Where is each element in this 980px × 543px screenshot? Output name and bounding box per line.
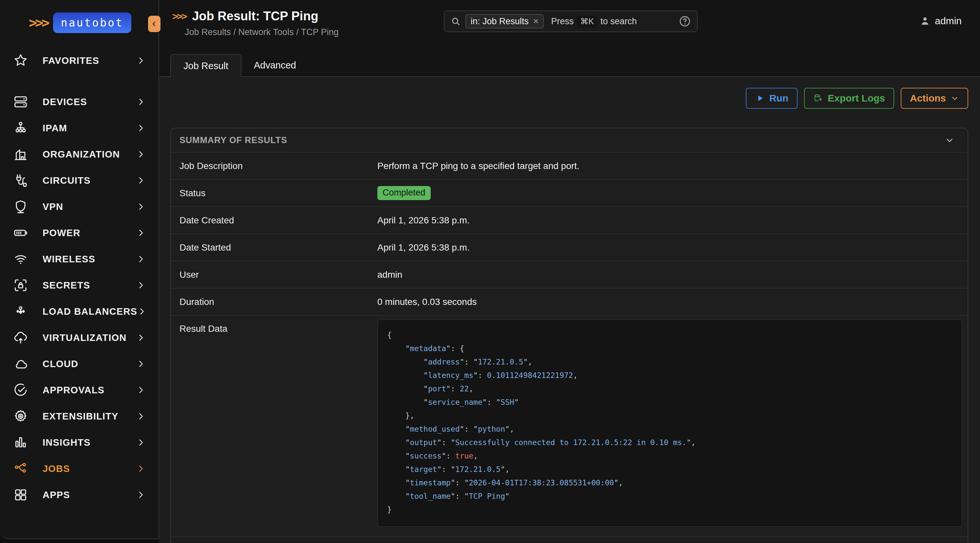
sidebar-item-label: FAVORITES — [43, 55, 99, 66]
user-menu[interactable]: admin — [919, 15, 962, 27]
search-scope-chip[interactable]: in: Job Results × — [465, 14, 544, 29]
sidebar-item-secrets[interactable]: SECRETS — [0, 272, 159, 298]
summary-row-label: Duration — [171, 297, 377, 307]
sidebar-item-apps[interactable]: APPS — [0, 482, 159, 508]
sidebar-item-label: APPROVALS — [43, 385, 105, 396]
apps-icon — [13, 487, 28, 502]
sidebar-item-label: APPS — [43, 490, 70, 500]
summary-panel-header: SUMMARY OF RESULTS — [171, 128, 967, 152]
export-logs-label: Export Logs — [828, 93, 885, 104]
chevron-right-icon — [136, 202, 145, 211]
star-icon — [13, 53, 28, 68]
sidebar-item-cloud[interactable]: CLOUD — [0, 351, 159, 377]
summary-row-user: Useradmin — [171, 261, 967, 288]
sidebar-collapse-button[interactable] — [148, 16, 161, 32]
chevron-right-icon — [137, 307, 146, 316]
tab-strip: Job ResultAdvanced — [159, 54, 980, 77]
chevron-right-icon — [136, 333, 145, 342]
toolbar: Run Export Logs Actions — [746, 88, 968, 109]
sidebar-item-label: DEVICES — [43, 97, 87, 107]
sidebar-item-virtualization[interactable]: VIRTUALIZATION — [0, 325, 159, 351]
chevron-right-icon — [136, 412, 145, 421]
tab-label: Advanced — [254, 60, 296, 71]
result-json-code: { "metadata": { "address": "172.21.0.5",… — [387, 328, 953, 516]
nautobot-logo[interactable]: >>> nautobot — [0, 0, 159, 33]
power-icon — [13, 225, 28, 240]
actions-button[interactable]: Actions — [901, 88, 968, 109]
search-icon — [450, 16, 461, 27]
summary-row-label: Date Started — [171, 242, 377, 253]
chevron-right-icon — [136, 97, 145, 107]
summary-row-duration: Duration0 minutes, 0.03 seconds — [171, 288, 967, 315]
chevron-right-icon — [136, 56, 145, 65]
devices-icon — [13, 94, 28, 109]
sidebar-item-wireless[interactable]: WIRELESS — [0, 246, 159, 272]
wireless-icon — [13, 252, 28, 267]
run-button[interactable]: Run — [746, 88, 797, 109]
summary-row-date-created: Date CreatedApril 1, 2026 5:38 p.m. — [171, 206, 967, 234]
summary-panel-title: SUMMARY OF RESULTS — [180, 135, 287, 145]
tab-label: Job Result — [183, 61, 228, 72]
sidebar-item-power[interactable]: POWER — [0, 220, 159, 246]
ipam-icon — [13, 121, 28, 135]
insights-icon — [13, 435, 28, 450]
sidebar-item-load-balancers[interactable]: LOAD BALANCERS — [0, 298, 159, 325]
sidebar-nav: FAVORITESDEVICESIPAMORGANIZATIONCIRCUITS… — [0, 48, 159, 508]
sidebar-item-label: IPAM — [43, 123, 67, 134]
summary-row-label: Job Description — [171, 161, 377, 171]
sidebar-item-label: JOBS — [43, 463, 70, 474]
summary-row-job-description: Job DescriptionPerform a TCP ping to a s… — [171, 152, 967, 179]
result-data-block: { "metadata": { "address": "172.21.0.5",… — [377, 319, 963, 527]
sidebar-item-label: EXTENSIBILITY — [43, 411, 119, 422]
summary-row-label: User — [171, 269, 377, 280]
sidebar-item-label: POWER — [43, 228, 81, 239]
title-chevrons-icon: >>> — [172, 11, 186, 22]
clipped-next-row — [171, 537, 967, 543]
summary-row-date-started: Date StartedApril 1, 2026 5:38 p.m. — [171, 234, 967, 261]
tab-advanced[interactable]: Advanced — [242, 54, 309, 76]
summary-row-value: admin — [377, 269, 402, 280]
sidebar-item-label: INSIGHTS — [43, 437, 91, 448]
sidebar-item-organization[interactable]: ORGANIZATION — [0, 141, 159, 167]
sidebar-item-extensibility[interactable]: EXTENSIBILITY — [0, 403, 159, 429]
summary-row-label: Status — [171, 188, 377, 199]
sidebar-item-label: CLOUD — [43, 358, 78, 369]
actions-button-label: Actions — [910, 93, 946, 104]
chevron-right-icon — [136, 438, 145, 447]
chevron-down-icon — [951, 94, 959, 102]
approvals-icon — [13, 382, 28, 398]
export-logs-button[interactable]: Export Logs — [804, 88, 894, 109]
search-hint-press: Press — [551, 16, 574, 27]
help-icon[interactable] — [679, 15, 691, 27]
panel-collapse-icon[interactable] — [945, 135, 955, 145]
main-area: >>> Job Result: TCP Ping Job Results / N… — [159, 0, 980, 543]
sidebar-item-label: WIRELESS — [43, 254, 95, 264]
summary-panel: SUMMARY OF RESULTS Job DescriptionPerfor… — [170, 128, 968, 543]
chip-close-icon[interactable]: × — [533, 16, 538, 27]
sidebar-item-vpn[interactable]: VPN — [0, 194, 159, 220]
sidebar-item-favorites[interactable]: FAVORITES — [0, 48, 159, 74]
tab-job-result[interactable]: Job Result — [170, 54, 242, 77]
sidebar-item-jobs[interactable]: JOBS — [0, 455, 159, 482]
global-search-input[interactable]: in: Job Results × Press ⌘K to search — [444, 11, 698, 32]
summary-row-status: StatusCompleted — [171, 179, 967, 206]
summary-row-value: Perform a TCP ping to a specified target… — [377, 161, 579, 171]
sidebar-item-circuits[interactable]: CIRCUITS — [0, 167, 159, 194]
summary-row-value: 0 minutes, 0.03 seconds — [377, 297, 477, 307]
summary-row-result-data: Result Data{ "metadata": { "address": "1… — [171, 315, 967, 537]
sidebar-item-devices[interactable]: DEVICES — [0, 89, 159, 115]
sidebar: >>> nautobot FAVORITESDEVICESIPAMORGANIZ… — [0, 0, 159, 539]
chevron-right-icon — [136, 359, 145, 368]
search-hint-tosearch: to search — [600, 16, 637, 27]
search-scope-label: in: Job Results — [471, 16, 529, 27]
sidebar-item-label: LOAD BALANCERS — [43, 306, 137, 317]
sidebar-item-label: SECRETS — [43, 280, 90, 291]
status-badge: Completed — [377, 186, 431, 200]
secrets-icon — [13, 278, 28, 293]
logo-wordmark: nautobot — [53, 13, 131, 33]
sidebar-item-ipam[interactable]: IPAM — [0, 115, 159, 141]
sidebar-item-insights[interactable]: INSIGHTS — [0, 429, 159, 455]
sidebar-item-approvals[interactable]: APPROVALS — [0, 377, 159, 403]
user-name: admin — [935, 15, 962, 27]
summary-row-value: April 1, 2026 5:38 p.m. — [377, 242, 470, 253]
